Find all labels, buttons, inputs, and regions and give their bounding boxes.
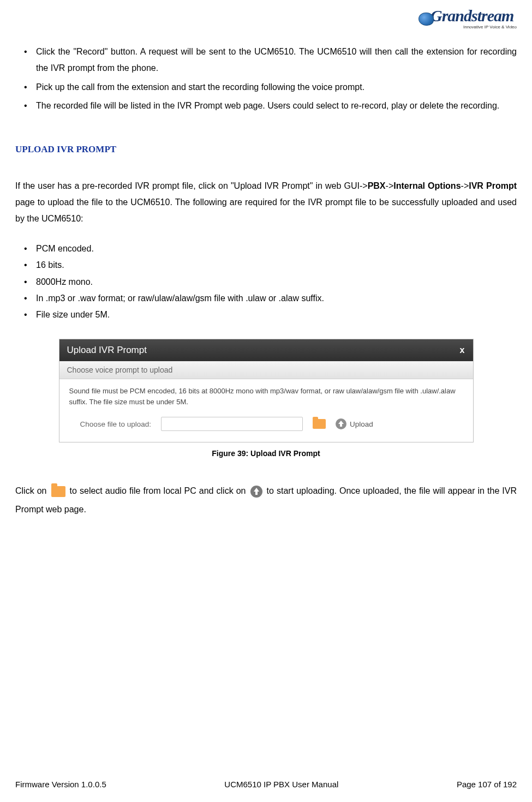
upload-arrow-icon (336, 418, 346, 429)
upload-row: Choose file to upload: Upload (69, 417, 463, 431)
browse-folder-icon[interactable] (313, 419, 326, 429)
dialog-subtitle: Choose voice prompt to upload (59, 361, 473, 379)
list-item: In .mp3 or .wav format; or raw/ulaw/alaw… (21, 290, 517, 307)
logo-brand-text: Grandstream (431, 7, 513, 25)
choose-file-label: Choose file to upload: (80, 420, 152, 428)
text: page to upload the file to the UCM6510. … (15, 197, 517, 223)
dialog-header: Upload IVR Prompt x (59, 339, 473, 361)
brand-logo: Grandstream Innovative IP Voice & Video (419, 7, 517, 33)
text: -> (386, 181, 394, 190)
folder-icon (51, 486, 65, 497)
footer-doc-title: UCM6510 IP PBX User Manual (106, 780, 457, 789)
logo-sphere-icon (419, 13, 434, 26)
section-heading: UPLOAD IVR PROMPT (15, 144, 517, 155)
figure-caption: Figure 39: Upload IVR Prompt (15, 449, 517, 458)
text: to select audio file from local PC and c… (67, 486, 249, 495)
text-bold: IVR Prompt (469, 181, 517, 190)
list-item: 8000Hz mono. (21, 274, 517, 290)
body-paragraph: If the user has a pre-recorded IVR promp… (15, 178, 517, 228)
footer-firmware-version: Firmware Version 1.0.0.5 (15, 780, 106, 789)
list-item: Click the "Record" button. A request wil… (21, 44, 517, 77)
list-item: File size under 5M. (21, 307, 517, 323)
upload-button[interactable]: Upload (336, 418, 373, 429)
text: Click on (15, 486, 50, 495)
text-bold: Internal Options (393, 181, 461, 190)
text: If the user has a pre-recorded IVR promp… (15, 181, 368, 190)
dialog-body: Sound file must be PCM encoded, 16 bits … (59, 379, 473, 442)
dialog-description: Sound file must be PCM encoded, 16 bits … (69, 386, 463, 409)
upload-button-label: Upload (350, 420, 373, 428)
close-icon[interactable]: x (460, 345, 465, 355)
list-item: Pick up the call from the extension and … (21, 79, 517, 95)
text: -> (461, 181, 469, 190)
file-path-input[interactable] (161, 417, 303, 431)
logo-tagline: Innovative IP Voice & Video (419, 25, 517, 29)
footer-page-number: Page 107 of 192 (457, 780, 517, 789)
body-paragraph: Click on to select audio file from local… (15, 482, 517, 518)
dialog-title: Upload IVR Prompt (67, 345, 147, 356)
requirements-list: PCM encoded. 16 bits. 8000Hz mono. In .m… (15, 241, 517, 324)
list-item: The recorded file will be listed in the … (21, 98, 517, 114)
text-bold: PBX (368, 181, 386, 190)
list-item: 16 bits. (21, 257, 517, 273)
intro-bullet-list: Click the "Record" button. A request wil… (15, 44, 517, 115)
upload-dialog: Upload IVR Prompt x Choose voice prompt … (59, 339, 474, 443)
list-item: PCM encoded. (21, 241, 517, 257)
page-footer: Firmware Version 1.0.0.5 UCM6510 IP PBX … (15, 780, 517, 789)
upload-arrow-icon (250, 486, 262, 498)
